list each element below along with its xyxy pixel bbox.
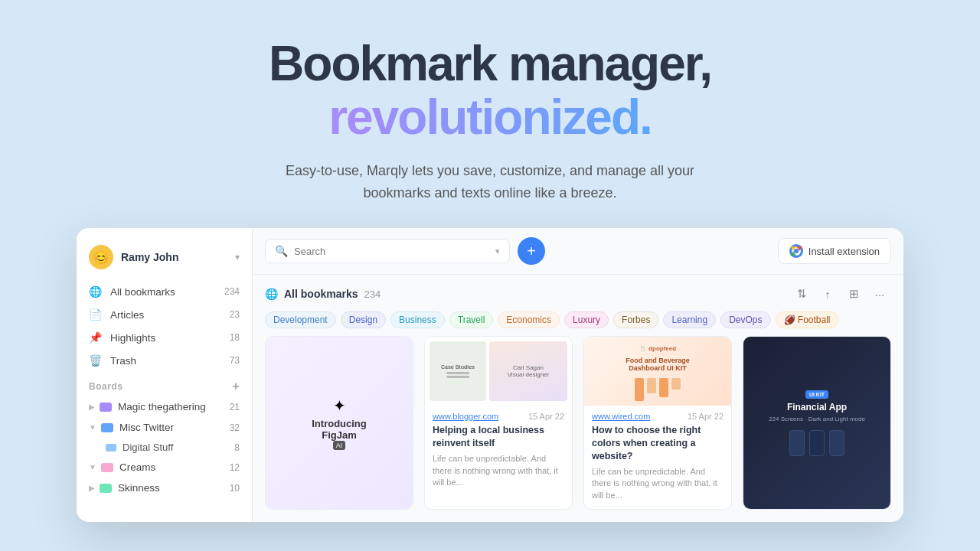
sidebar: 😊 Ramy John ▾ 🌐 All bookmarks 234 📄 Arti… xyxy=(77,228,253,522)
search-bar[interactable]: 🔍 ▾ xyxy=(265,239,510,263)
card-title-3: How to choose the right colors when crea… xyxy=(592,424,724,463)
card-thumbnail-3: 🍴 dpopfeed Food and BeverageDashboard UI… xyxy=(584,337,731,406)
user-name: Ramy John xyxy=(121,251,235,263)
view-toggle-button[interactable]: ⊞ xyxy=(842,282,865,305)
tag-travell[interactable]: Travell xyxy=(449,311,494,328)
board-label: Misc Twitter xyxy=(119,422,174,433)
highlights-icon: 📌 xyxy=(89,331,103,344)
boards-section-header: Boards + xyxy=(77,372,252,396)
hero-title: Bookmark manager, revolutionized. xyxy=(15,37,965,145)
card-desc-3: Life can be unpredictable. And there is … xyxy=(592,466,724,501)
more-options-button[interactable]: ··· xyxy=(868,282,891,305)
tag-business[interactable]: Business xyxy=(390,311,445,328)
section-title: All bookmarks xyxy=(284,288,358,300)
tag-luxury[interactable]: Luxury xyxy=(564,311,609,328)
tag-football[interactable]: 🏈 Football xyxy=(776,311,839,328)
sidebar-nav-label: Articles xyxy=(110,309,144,321)
add-bookmark-button[interactable]: + xyxy=(518,237,545,265)
card-4[interactable]: UI KIT Financial App 224 Screens · Dark … xyxy=(743,336,891,510)
chrome-icon xyxy=(789,244,803,258)
add-board-button[interactable]: + xyxy=(232,380,240,393)
hero-title-colored: revolutionized. xyxy=(15,90,965,144)
sidebar-item-magic-thegathering[interactable]: ▶ Magic thegathering 21 xyxy=(77,396,252,417)
sidebar-item-creams[interactable]: ▼ Creams 12 xyxy=(77,457,252,478)
card-thumbnail-1: ✦ IntroducingFigJam AI xyxy=(266,337,413,509)
card-thumbnail-4: UI KIT Financial App 224 Screens · Dark … xyxy=(743,337,890,509)
nav-count: 73 xyxy=(230,355,240,366)
board-count: 10 xyxy=(230,483,240,494)
tags-row: Development Design Business Travell Econ… xyxy=(253,311,903,336)
user-row[interactable]: 😊 Ramy John ▾ xyxy=(77,240,252,280)
share-button[interactable]: ↑ xyxy=(816,282,839,305)
board-count: 12 xyxy=(230,462,240,473)
chevron-right-icon: ▶ xyxy=(89,484,95,492)
svg-point-2 xyxy=(794,249,799,253)
fin-ui-badge: UI KIT xyxy=(805,390,828,399)
food-header: 🍴 dpopfeed xyxy=(636,342,679,355)
hero-title-main: Bookmark manager, xyxy=(269,36,711,91)
card-body-4: www.wordpress.com 15 Apr 22 Start a blog… xyxy=(743,509,890,510)
tag-design[interactable]: Design xyxy=(341,311,386,328)
sidebar-nav-label: Highlights xyxy=(110,332,155,344)
card-date-3: 15 Apr 22 xyxy=(688,412,724,421)
board-label: Magic thegathering xyxy=(118,401,206,412)
card-title-2: Helping a local business reinvent itself xyxy=(433,424,564,450)
sidebar-item-skinness[interactable]: ▶ Skinness 10 xyxy=(77,478,252,498)
card-2[interactable]: Case Studies Carl SaganVisual designer w… xyxy=(424,336,573,510)
tag-devops[interactable]: DevOps xyxy=(720,311,770,328)
board-color-icon xyxy=(101,463,113,472)
card-domain-2: www.blogger.com xyxy=(433,412,498,421)
tag-forbes[interactable]: Forbes xyxy=(613,311,658,328)
nav-count: 18 xyxy=(230,332,240,343)
sidebar-nav-label: Trash xyxy=(110,355,136,367)
search-dropdown-icon[interactable]: ▾ xyxy=(495,246,500,256)
figjam-title: IntroducingFigJam xyxy=(312,418,367,441)
sidebar-item-digital-stuff[interactable]: Digital Stuff 8 xyxy=(77,438,252,457)
card-3[interactable]: 🍴 dpopfeed Food and BeverageDashboard UI… xyxy=(583,336,732,510)
sidebar-item-all-bookmarks[interactable]: 🌐 All bookmarks 234 xyxy=(77,280,252,303)
sidebar-item-misc-twitter[interactable]: ▼ Misc Twitter 32 xyxy=(77,417,252,438)
card-1[interactable]: ✦ IntroducingFigJam AI oneofthelongestwe… xyxy=(265,336,413,510)
case-left-panel: Case Studies xyxy=(430,341,486,401)
card-thumbnail-2: Case Studies Carl SaganVisual designer xyxy=(425,337,572,406)
section-count: 234 xyxy=(364,289,381,300)
food-bars xyxy=(635,378,681,401)
card-body-3: www.wired.com 15 Apr 22 How to choose th… xyxy=(584,406,731,509)
fin-subtitle: 224 Screens · Dark and Light mode xyxy=(769,416,865,422)
sub-board-color-icon xyxy=(106,444,116,452)
install-extension-button[interactable]: Install extension xyxy=(778,238,891,264)
card-body-2: www.blogger.com 15 Apr 22 Helping a loca… xyxy=(425,406,572,496)
chevron-down-icon: ▼ xyxy=(89,423,96,432)
fin-title: Financial App xyxy=(787,402,847,412)
search-icon: 🔍 xyxy=(275,245,288,257)
hero-subtitle: Easy-to-use, Marqly lets you save, custo… xyxy=(260,160,720,204)
sidebar-item-trash[interactable]: 🗑️ Trash 73 xyxy=(77,349,252,372)
figjam-ai-badge: AI xyxy=(333,441,346,450)
sub-board-label: Digital Stuff xyxy=(122,442,173,453)
board-count: 21 xyxy=(230,402,240,412)
search-input[interactable] xyxy=(294,246,495,257)
app-window: 😊 Ramy John ▾ 🌐 All bookmarks 234 📄 Arti… xyxy=(77,228,903,522)
sidebar-item-articles[interactable]: 📄 Articles 23 xyxy=(77,303,252,326)
hero-section: Bookmark manager, revolutionized. Easy-t… xyxy=(0,0,980,228)
sort-button[interactable]: ⇅ xyxy=(790,282,813,305)
sub-board-count: 8 xyxy=(234,442,240,453)
board-label: Skinness xyxy=(118,482,160,494)
card-body-1: oneofthelongestwebsite... 15 Apr 22 Thre… xyxy=(266,509,413,510)
board-label: Creams xyxy=(119,461,155,473)
food-title: Food and BeverageDashboard UI KIT xyxy=(619,355,696,373)
toolbar: 🔍 ▾ + Install extension xyxy=(253,228,903,275)
tag-learning[interactable]: Learning xyxy=(663,311,716,328)
tag-economics[interactable]: Economics xyxy=(498,311,560,328)
tag-development[interactable]: Development xyxy=(265,311,336,328)
sidebar-item-highlights[interactable]: 📌 Highlights 18 xyxy=(77,326,252,349)
install-ext-label: Install extension xyxy=(808,246,880,257)
all-bookmarks-icon: 🌐 xyxy=(265,288,278,300)
sidebar-nav-label: All bookmarks xyxy=(110,286,175,298)
card-meta-3: www.wired.com 15 Apr 22 xyxy=(592,412,724,421)
fin-mockups xyxy=(789,430,844,456)
nav-count: 23 xyxy=(230,309,240,320)
figjam-thumb-content: ✦ IntroducingFigJam AI xyxy=(266,337,413,509)
chevron-right-icon: ▶ xyxy=(89,403,95,411)
board-color-icon xyxy=(101,423,113,432)
